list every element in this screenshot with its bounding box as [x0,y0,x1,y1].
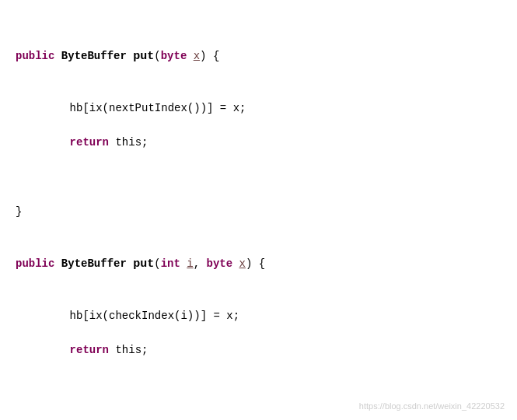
line-5: } [16,204,501,221]
line-7: public ByteBuffer put(int i, byte x) { [16,255,501,273]
line-8: hb[ix(checkIndex(i))] = x; [16,308,501,325]
code-container: public ByteBuffer put(byte x) { hb[ix(ne… [0,0,517,420]
line-2: hb[ix(nextPutIndex())] = x; [16,100,501,117]
line-1: public ByteBuffer put(byte x) { [16,47,501,65]
line-3: return this; [16,135,501,152]
code-block: public ByteBuffer put(byte x) { hb[ix(ne… [16,12,501,420]
line-9: return this; [16,342,501,359]
watermark: https://blog.csdn.net/weixin_42220532 [359,401,505,411]
